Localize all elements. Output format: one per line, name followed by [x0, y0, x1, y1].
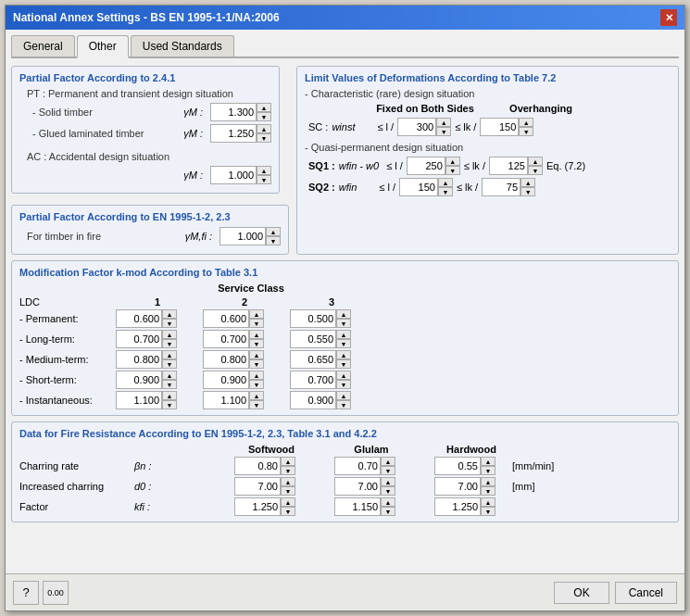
calc-button[interactable]: 0.00	[43, 581, 69, 605]
ac-spin-btns[interactable]: ▲ ▼	[257, 166, 271, 184]
glued-timber-spin-btns[interactable]: ▲ ▼	[257, 124, 271, 143]
fire-r1c3-spinner[interactable]: ▲▼	[434, 477, 508, 496]
kmod-r1c3[interactable]	[290, 330, 336, 348]
kmod-r3c3-spinner[interactable]: ▲▼	[290, 371, 373, 389]
cancel-button[interactable]: Cancel	[615, 582, 677, 604]
fire-down[interactable]: ▼	[266, 236, 281, 245]
kmod-r1c1[interactable]	[116, 330, 162, 348]
sq1-down2[interactable]: ▼	[528, 166, 543, 175]
sc-down2[interactable]: ▼	[519, 127, 533, 136]
kmod-r1c3-spinner[interactable]: ▲▼	[290, 330, 373, 348]
fire-r0c2-spinner[interactable]: ▲▼	[334, 457, 408, 475]
fire-spin-btns[interactable]: ▲ ▼	[266, 227, 281, 245]
sq2-up2[interactable]: ▲	[521, 178, 535, 187]
kmod-r0c3-spinner[interactable]: ▲▼	[290, 309, 373, 328]
help-button[interactable]: ?	[13, 581, 39, 605]
sq1-spinner2[interactable]: ▲▼	[489, 157, 543, 175]
close-button[interactable]: ✕	[660, 9, 677, 26]
fire-input[interactable]	[220, 227, 266, 245]
ok-button[interactable]: OK	[554, 582, 608, 604]
solid-timber-up[interactable]: ▲	[257, 103, 271, 112]
kmod-r4c1[interactable]	[116, 391, 162, 409]
kmod-r2c3[interactable]	[290, 350, 336, 369]
kmod-r0c1-up[interactable]: ▲	[162, 309, 177, 319]
kmod-r2c2-spinner[interactable]: ▲▼	[203, 350, 286, 369]
fire-r2c3[interactable]	[434, 497, 481, 516]
sq2-down1[interactable]: ▼	[438, 187, 453, 196]
solid-timber-spinner[interactable]: ▲ ▼	[210, 103, 271, 121]
solid-timber-spin-btns[interactable]: ▲ ▼	[257, 103, 271, 121]
fire-r1c2[interactable]	[334, 477, 381, 496]
kmod-r0c2-spinner[interactable]: ▲▼	[203, 309, 286, 328]
tab-used-standards[interactable]: Used Standards	[131, 35, 234, 57]
fire-r0c1-spinner[interactable]: ▲▼	[234, 457, 308, 475]
kmod-r2c2[interactable]	[203, 350, 249, 369]
kmod-r1c1-spinner[interactable]: ▲▼	[116, 330, 199, 348]
fire-up[interactable]: ▲	[266, 227, 281, 236]
kmod-r1c2-spinner[interactable]: ▲▼	[203, 330, 286, 348]
fire-r0c3[interactable]	[434, 457, 481, 475]
sq1-input1[interactable]	[407, 157, 445, 175]
sq2-spinner1[interactable]: ▲▼	[399, 178, 453, 196]
sc-up2[interactable]: ▲	[519, 118, 533, 127]
kmod-r4c3[interactable]	[290, 391, 336, 409]
fire-spinner[interactable]: ▲ ▼	[220, 227, 281, 245]
kmod-r0c1[interactable]	[116, 309, 162, 328]
sq2-input2[interactable]	[482, 178, 521, 196]
tab-other[interactable]: Other	[77, 35, 129, 58]
sc-spinner1[interactable]: ▲▼	[397, 118, 451, 136]
fire-r2c2-spinner[interactable]: ▲▼	[334, 497, 408, 516]
fire-r1c3[interactable]	[434, 477, 481, 496]
tab-general[interactable]: General	[11, 35, 75, 57]
kmod-r0c1-down[interactable]: ▼	[162, 319, 177, 328]
sc-input1[interactable]	[397, 118, 436, 136]
ac-spinner[interactable]: ▲ ▼	[210, 166, 271, 184]
glued-timber-input[interactable]	[210, 124, 257, 143]
kmod-r2c1-spinner[interactable]: ▲▼	[116, 350, 199, 369]
glued-timber-up[interactable]: ▲	[257, 124, 271, 133]
kmod-r0c2[interactable]	[203, 309, 249, 328]
sc-down1[interactable]: ▼	[436, 127, 451, 136]
fire-r1c1-spinner[interactable]: ▲▼	[234, 477, 308, 496]
kmod-r4c1-spinner[interactable]: ▲▼	[116, 391, 199, 409]
sq1-up1[interactable]: ▲	[445, 157, 460, 166]
ac-input[interactable]	[210, 166, 257, 184]
sq1-input2[interactable]	[489, 157, 528, 175]
kmod-r4c2-spinner[interactable]: ▲▼	[203, 391, 286, 409]
fire-r2c2[interactable]	[334, 497, 381, 516]
fire-r2c1-spinner[interactable]: ▲▼	[234, 497, 308, 516]
kmod-r2c3-spinner[interactable]: ▲▼	[290, 350, 373, 369]
kmod-r0c3[interactable]	[290, 309, 336, 328]
sq1-down1[interactable]: ▼	[445, 166, 460, 175]
fire-r0c2[interactable]	[334, 457, 381, 475]
ac-up[interactable]: ▲	[257, 166, 271, 175]
kmod-r2c1[interactable]	[116, 350, 162, 369]
sq1-spinner1[interactable]: ▲▼	[407, 157, 460, 175]
sq2-up1[interactable]: ▲	[438, 178, 453, 187]
sq2-input1[interactable]	[399, 178, 438, 196]
kmod-r3c1[interactable]	[116, 371, 162, 389]
solid-timber-input[interactable]	[210, 103, 257, 121]
ac-down[interactable]: ▼	[257, 175, 271, 184]
glued-timber-spinner[interactable]: ▲ ▼	[210, 124, 271, 143]
sq2-down2[interactable]: ▼	[521, 187, 535, 196]
sc-input2[interactable]	[480, 118, 519, 136]
sq1-up2[interactable]: ▲	[528, 157, 543, 166]
fire-r2c3-spinner[interactable]: ▲▼	[434, 497, 508, 516]
fire-r1c1[interactable]	[234, 477, 281, 496]
sc-spinner2[interactable]: ▲▼	[480, 118, 533, 136]
kmod-r4c2[interactable]	[203, 391, 249, 409]
sq2-spinner2[interactable]: ▲▼	[482, 178, 535, 196]
kmod-r3c2[interactable]	[203, 371, 249, 389]
fire-r2c1[interactable]	[234, 497, 281, 516]
sc-up1[interactable]: ▲	[436, 118, 451, 127]
kmod-r4c3-spinner[interactable]: ▲▼	[290, 391, 373, 409]
kmod-r0c1-spinner[interactable]: ▲▼	[116, 309, 199, 328]
fire-r0c1[interactable]	[234, 457, 281, 475]
kmod-r1c2[interactable]	[203, 330, 249, 348]
kmod-r3c1-spinner[interactable]: ▲▼	[116, 371, 199, 389]
glued-timber-down[interactable]: ▼	[257, 133, 271, 143]
fire-r1c2-spinner[interactable]: ▲▼	[334, 477, 408, 496]
kmod-r3c3[interactable]	[290, 371, 336, 389]
kmod-r3c2-spinner[interactable]: ▲▼	[203, 371, 286, 389]
